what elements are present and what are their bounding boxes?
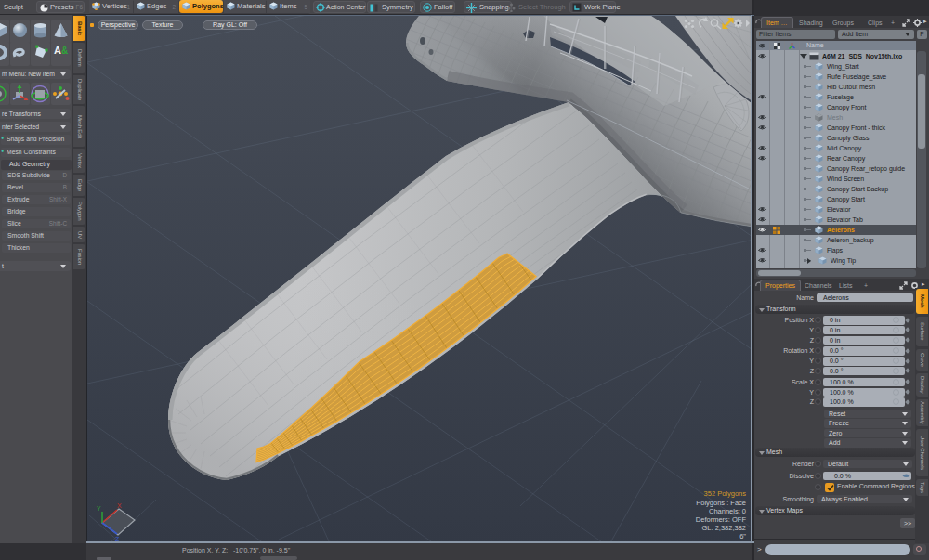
svg-text:Y: Y (97, 505, 101, 512)
svg-text:X: X (117, 502, 122, 509)
